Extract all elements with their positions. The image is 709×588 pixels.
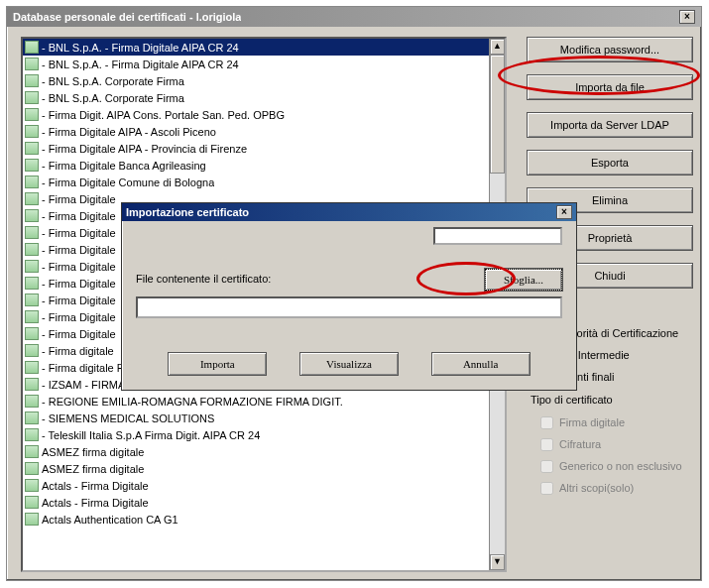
certificate-icon [25,192,39,205]
list-item-label: - BNL S.p.A. Corporate Firma [42,75,184,87]
list-item-label: Actals - Firma Digitale [42,497,149,509]
check-other-label: Altri scopi(solo) [559,482,634,494]
certificate-icon [25,277,39,290]
list-item[interactable]: - Firma Digitale Banca Agrileasing [23,157,489,174]
list-item[interactable]: - BNL S.p.A. Corporate Firma [23,89,489,106]
check-digital-sig[interactable]: Firma digitale [536,412,699,433]
certificate-icon [25,142,39,155]
scroll-thumb[interactable] [490,55,505,174]
list-item[interactable]: Actals Authentication CA G1 [23,511,489,528]
certificate-icon [25,41,39,54]
certificate-icon [25,344,39,357]
certificate-icon [25,125,39,138]
list-item[interactable]: Actals - Firma Digitale [23,477,489,494]
list-item-label: - Firma Digitale [42,311,116,323]
browse-button[interactable]: Sfoglia... [485,269,562,291]
check-other-input [540,482,553,495]
list-item[interactable]: - BNL S.p.A. Corporate Firma [23,72,489,89]
certificate-icon [25,74,39,87]
list-item-label: Actals Authentication CA G1 [42,514,178,526]
certificate-icon [25,294,39,306]
file-path-input[interactable] [136,296,562,318]
dialog-title: Importazione certificato [126,206,249,218]
list-item-label: ASMEZ firma digitale [42,446,144,458]
list-item-label: - Firma Digitale [42,328,116,340]
check-digital-sig-label: Firma digitale [559,416,625,428]
import-ldap-button[interactable]: Importa da Server LDAP [527,112,693,138]
list-item[interactable]: Actals - Firma Digitale [23,494,489,511]
dialog-button-row: Importa Visualizza Annulla [122,352,576,376]
check-generic-label: Generico o non esclusivo [559,460,682,472]
list-item[interactable]: - REGIONE EMILIA-ROMAGNA FORMAZIONE FIRM… [23,393,489,410]
list-item[interactable]: - Firma Digit. AIPA Cons. Portale San. P… [23,106,489,123]
list-item[interactable]: ASMEZ firma digitale [23,460,489,477]
certificate-icon [25,226,39,239]
list-item-label: - Firma Digitale [42,294,116,306]
certificate-icon [25,395,39,408]
certificate-icon [25,91,39,104]
certificate-icon [25,176,39,188]
dialog-cancel-button[interactable]: Annulla [431,352,531,376]
list-item[interactable]: - Firma Digitale Comune di Bologna [23,174,489,190]
modify-password-button[interactable]: Modifica password... [527,37,693,62]
export-button[interactable]: Esporta [527,150,693,176]
list-item-label: - Firma Digitale [42,278,116,290]
dialog-close-icon[interactable]: × [556,205,572,219]
list-item-label: - Firma Digitale [42,244,116,256]
scroll-down-icon[interactable]: ▼ [490,554,505,570]
import-file-button[interactable]: Importa da file [527,74,693,100]
list-item-label: - BNL S.p.A. - Firma Digitale AIPA CR 24 [42,42,239,54]
list-item[interactable]: - BNL S.p.A. - Firma Digitale AIPA CR 24 [23,39,489,56]
file-label: File contenente il certificato: [136,273,271,285]
check-other[interactable]: Altri scopi(solo) [536,477,699,499]
certificate-icon [25,462,39,475]
list-item-label: - Firma Digitale AIPA - Provincia di Fir… [42,143,247,155]
dialog-view-button[interactable]: Visualizza [299,352,399,376]
certificate-icon [25,159,39,172]
check-encryption-label: Cifratura [559,438,601,450]
list-item[interactable]: - Firma Digitale AIPA - Provincia di Fir… [23,140,489,157]
certificate-icon [25,361,39,374]
dialog-titlebar[interactable]: Importazione certificato × [122,203,576,221]
scroll-up-icon[interactable]: ▲ [490,39,505,55]
list-item-label: - BNL S.p.A. - Firma Digitale AIPA CR 24 [42,59,239,70]
close-icon[interactable]: × [679,10,695,24]
list-item[interactable]: - Firma Digitale AIPA - Ascoli Piceno [23,123,489,140]
certificate-icon [25,327,39,340]
main-window-title: Database personale dei certificati - l.o… [13,11,241,23]
check-generic-input [540,460,553,473]
radio-cert-auth-label: Autorità di Certificazione [560,327,678,339]
list-item-label: - Firma Digitale Comune di Bologna [42,176,214,188]
list-item-label: - Firma Digitale Banca Agrileasing [42,160,206,172]
list-item-label: - Firma Digitale [42,261,116,273]
check-encryption[interactable]: Cifratura [536,433,699,455]
list-item-label: ASMEZ firma digitale [42,463,144,475]
main-titlebar[interactable]: Database personale dei certificati - l.o… [7,7,701,27]
list-item[interactable]: - SIEMENS MEDICAL SOLUTIONS [23,410,489,426]
check-digital-sig-input [540,416,553,429]
certificate-icon [25,108,39,121]
import-cert-dialog: Importazione certificato × File contenen… [121,202,577,391]
list-item-label: - Firma Digitale AIPA - Ascoli Piceno [42,126,216,138]
certificate-icon [25,428,39,441]
certificate-icon [25,243,39,256]
list-item-label: - SIEMENS MEDICAL SOLUTIONS [42,412,214,424]
list-item[interactable]: - Teleskill Italia S.p.A Firma Digit. AI… [23,426,489,443]
certificate-icon [25,260,39,273]
list-item-label: - Firma Digitale [42,210,116,222]
list-item-label: - Firma Digit. AIPA Cons. Portale San. P… [42,109,285,121]
dialog-import-button[interactable]: Importa [168,352,267,376]
check-encryption-input [540,438,553,451]
list-item[interactable]: - BNL S.p.A. - Firma Digitale AIPA CR 24 [23,56,489,72]
certificate-icon [25,513,39,526]
certificate-icon [25,412,39,424]
dialog-small-input[interactable] [433,227,562,245]
cert-type-group: Firma digitale Cifratura Generico o non … [521,412,699,499]
check-generic[interactable]: Generico o non esclusivo [536,455,699,477]
list-item-label: Actals - Firma Digitale [42,480,149,492]
certificate-icon [25,496,39,509]
certificate-icon [25,310,39,323]
list-item-label: - REGIONE EMILIA-ROMAGNA FORMAZIONE FIRM… [42,396,343,408]
list-item[interactable]: ASMEZ firma digitale [23,443,489,460]
certificate-icon [25,378,39,391]
